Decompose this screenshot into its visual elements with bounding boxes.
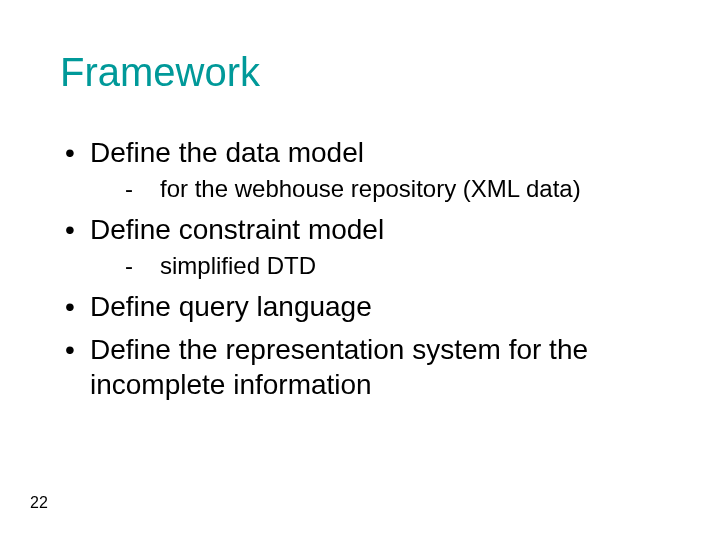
slide-title: Framework [60, 50, 670, 95]
sub-list: for the webhouse repository (XML data) [120, 174, 670, 204]
bullet-item: Define constraint model simplified DTD [60, 212, 670, 281]
bullet-text: Define query language [90, 291, 372, 322]
bullet-text: Define constraint model [90, 214, 384, 245]
page-number: 22 [30, 494, 48, 512]
sub-list: simplified DTD [120, 251, 670, 281]
bullet-text: Define the representation system for the… [90, 334, 588, 400]
bullet-item: Define the representation system for the… [60, 332, 670, 402]
sub-text: for the webhouse repository (XML data) [160, 175, 581, 202]
slide: Framework Define the data model for the … [0, 0, 720, 540]
bullet-text: Define the data model [90, 137, 364, 168]
sub-item: simplified DTD [120, 251, 670, 281]
sub-item: for the webhouse repository (XML data) [120, 174, 670, 204]
bullet-list: Define the data model for the webhouse r… [60, 135, 670, 402]
bullet-item: Define the data model for the webhouse r… [60, 135, 670, 204]
bullet-item: Define query language [60, 289, 670, 324]
sub-text: simplified DTD [160, 252, 316, 279]
